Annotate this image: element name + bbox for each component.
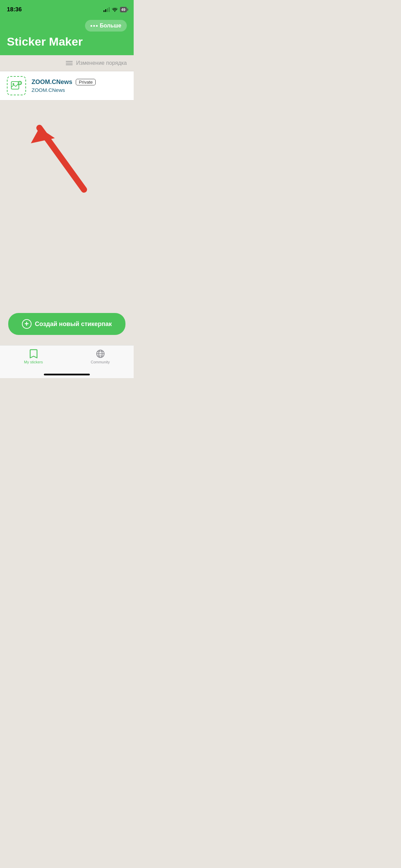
status-icons: 49 xyxy=(104,7,127,12)
tab-bar: My stickers Community xyxy=(0,345,134,371)
tab-my-stickers[interactable]: My stickers xyxy=(0,349,67,364)
sticker-pack-name: ZOOM.CNews xyxy=(32,79,72,86)
svg-point-1 xyxy=(13,83,14,85)
plus-circle-icon: + xyxy=(22,319,32,329)
sticker-pack-icon xyxy=(7,76,26,95)
svg-rect-0 xyxy=(11,82,19,89)
private-badge: Private xyxy=(76,79,96,85)
status-bar: 18:36 49 xyxy=(0,0,134,17)
toolbar-label[interactable]: Изменение порядка xyxy=(76,60,127,66)
empty-area xyxy=(0,100,134,306)
battery-percent: 49 xyxy=(121,8,125,12)
create-button[interactable]: + Создай новый стикерпак xyxy=(8,313,125,335)
arrow-container xyxy=(21,111,96,200)
wifi-icon xyxy=(112,7,118,12)
sticker-pack-item[interactable]: ZOOM.CNews Private ZOOM.CNews xyxy=(0,71,134,100)
create-button-label: Создай новый стикерпак xyxy=(35,321,112,328)
home-indicator xyxy=(0,371,134,378)
app-header: Больше Sticker Maker xyxy=(0,17,134,55)
tab-community[interactable]: Community xyxy=(67,349,134,364)
battery-icon: 49 xyxy=(120,7,127,12)
dots-icon xyxy=(90,25,98,27)
create-button-area: + Создай новый стикерпак xyxy=(0,306,134,345)
hamburger-icon[interactable] xyxy=(66,61,73,65)
header-top: Больше xyxy=(7,20,127,32)
status-time: 18:36 xyxy=(7,6,22,13)
tab-community-label: Community xyxy=(91,360,110,364)
more-button-label: Больше xyxy=(100,23,121,29)
bookmark-icon xyxy=(29,349,38,359)
sticker-pack-name-row: ZOOM.CNews Private xyxy=(32,79,96,86)
home-indicator-bar xyxy=(44,374,90,375)
signal-icon xyxy=(104,7,110,12)
sticker-pack-info: ZOOM.CNews Private ZOOM.CNews xyxy=(32,79,96,93)
tab-my-stickers-label: My stickers xyxy=(24,360,43,364)
more-button[interactable]: Больше xyxy=(85,20,127,32)
app-title: Sticker Maker xyxy=(7,35,127,48)
toolbar: Изменение порядка xyxy=(0,55,134,71)
sticker-pack-subtitle: ZOOM.CNews xyxy=(32,87,96,93)
globe-icon xyxy=(96,349,105,359)
